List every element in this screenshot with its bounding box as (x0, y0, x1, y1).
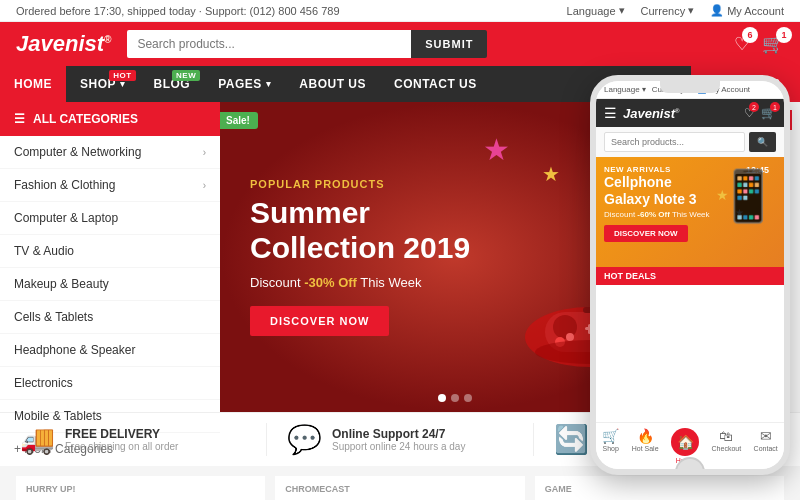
sale-badge: Sale! (220, 112, 258, 129)
wishlist-badge: 6 (742, 27, 758, 43)
banner-content: POPULAR PRODUCTS SummerCollection 2019 D… (250, 178, 470, 336)
feature-support-subtitle: Support online 24 hours a day (332, 441, 465, 452)
hotsale-icon: 🔥 (637, 428, 654, 444)
sidebar-header: ☰ ALL CATEGORIES (0, 102, 220, 136)
search-submit-button[interactable]: SUBMIT (411, 30, 487, 58)
phone-nav-hotsale[interactable]: 🔥 Hot Sale (632, 428, 659, 464)
feature-delivery-title: FREE DELIVERY (65, 427, 178, 441)
logo: Javenist® (16, 31, 111, 57)
phone-notch (660, 81, 720, 93)
nav-item-about[interactable]: ABOUT US (285, 66, 380, 102)
banner-dots (438, 394, 472, 402)
phone-wishlist-icon[interactable]: ♡ 2 (744, 106, 755, 120)
star-decoration-1: ★ (483, 132, 510, 167)
feature-support-text: Online Support 24/7 Support online 24 ho… (332, 427, 465, 452)
sidebar-item-tv-audio[interactable]: TV & Audio (0, 235, 220, 268)
dot-1[interactable] (438, 394, 446, 402)
nav-item-shop[interactable]: SHOP ▾ Hot (66, 66, 140, 102)
currency-selector[interactable]: Currency ▾ (641, 4, 695, 17)
phone-screen: Language ▾ Currency ▾ 👤 My Account ☰ Jav… (596, 81, 784, 469)
delivery-icon: 🚚 (20, 423, 55, 456)
product-3-tag: Game (545, 484, 774, 494)
shop-icon: 🛒 (602, 428, 619, 444)
return-icon: 🔄 (554, 423, 589, 456)
phone-image-placeholder: 📱 (717, 167, 779, 225)
header-icons: ♡ 6 🛒 1 (734, 33, 784, 55)
home-icon: 🏠 (671, 428, 699, 456)
sidebar-item-electronics[interactable]: Electronics (0, 367, 220, 400)
phone-outer: Language ▾ Currency ▾ 👤 My Account ☰ Jav… (590, 75, 790, 475)
sidebar-item-makeup[interactable]: Makeup & Beauty (0, 268, 220, 301)
phone-nav-checkout[interactable]: 🛍 Checkout (712, 428, 742, 464)
banner-discount: Discount -30% Off This Week (250, 275, 470, 290)
feature-delivery-subtitle: Free shipping on all order (65, 441, 178, 452)
phone-hamburger[interactable]: ☰ (604, 105, 617, 121)
phone-nav-shop[interactable]: 🛒 Shop (602, 428, 619, 464)
dot-3[interactable] (464, 394, 472, 402)
feature-support-title: Online Support 24/7 (332, 427, 465, 441)
top-bar: Ordered before 17:30, shipped today · Su… (0, 0, 800, 22)
feature-support: 💬 Online Support 24/7 Support online 24 … (267, 423, 534, 456)
nav-item-pages[interactable]: PAGES ▾ (204, 66, 285, 102)
phone-nav: ☰ Javenist® ♡ 2 🛒 1 (596, 99, 784, 127)
phone-banner: NEW ARRIVALS CellphoneGalaxy Note 3 Disc… (596, 157, 784, 267)
sidebar: ☰ ALL CATEGORIES Computer & Networking› … (0, 102, 220, 412)
sidebar-item-computer-networking[interactable]: Computer & Networking› (0, 136, 220, 169)
search-input[interactable] (127, 30, 411, 58)
sidebar-item-cells[interactable]: Cells & Tablets (0, 301, 220, 334)
product-2-tag: Chromecast (285, 484, 514, 494)
phone-cart-icon[interactable]: 🛒 1 (761, 106, 776, 120)
phone-language[interactable]: Language ▾ (604, 85, 646, 94)
sidebar-item-headphone[interactable]: Headphone & Speaker (0, 334, 220, 367)
phone-search-button[interactable]: 🔍 (749, 132, 776, 152)
phone-nav-icons: ♡ 2 🛒 1 (744, 106, 776, 120)
banner-cta-button[interactable]: DISCOVER NOW (250, 306, 389, 336)
cart-badge: 1 (776, 27, 792, 43)
svg-point-6 (566, 333, 574, 341)
contact-icon: ✉ (760, 428, 772, 444)
star-decoration-2: ★ (542, 162, 560, 186)
banner-label: POPULAR PRODUCTS (250, 178, 470, 190)
account-link[interactable]: 👤 My Account (710, 4, 784, 17)
feature-delivery-text: FREE DELIVERY Free shipping on all order (65, 427, 178, 452)
product-card-2[interactable]: Chromecast Audio Sale 30% Off (275, 476, 524, 500)
feature-delivery: 🚚 FREE DELIVERY Free shipping on all ord… (0, 423, 267, 456)
phone-hot-deals-label: HOT DEALS (596, 267, 784, 285)
support-icon: 💬 (287, 423, 322, 456)
checkout-icon: 🛍 (719, 428, 733, 444)
dot-2[interactable] (451, 394, 459, 402)
nav-item-home[interactable]: HOME (0, 66, 66, 102)
nav-item-contact[interactable]: CONTACT US (380, 66, 491, 102)
phone-search-input[interactable] (604, 132, 745, 152)
nav-item-blog[interactable]: BLOG New (140, 66, 205, 102)
top-bar-message: Ordered before 17:30, shipped today · Su… (16, 5, 340, 17)
product-1-tag: Hurry Up! (26, 484, 255, 494)
sidebar-item-computer-laptop[interactable]: Computer & Laptop (0, 202, 220, 235)
search-bar: SUBMIT (127, 30, 487, 58)
phone-nav-contact[interactable]: ✉ Contact (754, 428, 778, 464)
banner-title: SummerCollection 2019 (250, 196, 470, 265)
phone-logo: Javenist® (623, 106, 738, 121)
sidebar-item-fashion[interactable]: Fashion & Clothing› (0, 169, 220, 202)
phone-cta-button[interactable]: DISCOVER NOW (604, 225, 688, 242)
discount-highlight: -30% Off (304, 275, 357, 290)
header: Javenist® SUBMIT ♡ 6 🛒 1 (0, 22, 800, 66)
product-card-1[interactable]: Hurry Up! Black Friday Sale 20% Off (16, 476, 265, 500)
phone-search: 🔍 (596, 127, 784, 157)
wishlist-button[interactable]: ♡ 6 (734, 33, 750, 55)
mobile-mockup: Language ▾ Currency ▾ 👤 My Account ☰ Jav… (590, 75, 790, 485)
cart-button[interactable]: 🛒 1 (762, 33, 784, 55)
language-selector[interactable]: Language ▾ (567, 4, 625, 17)
